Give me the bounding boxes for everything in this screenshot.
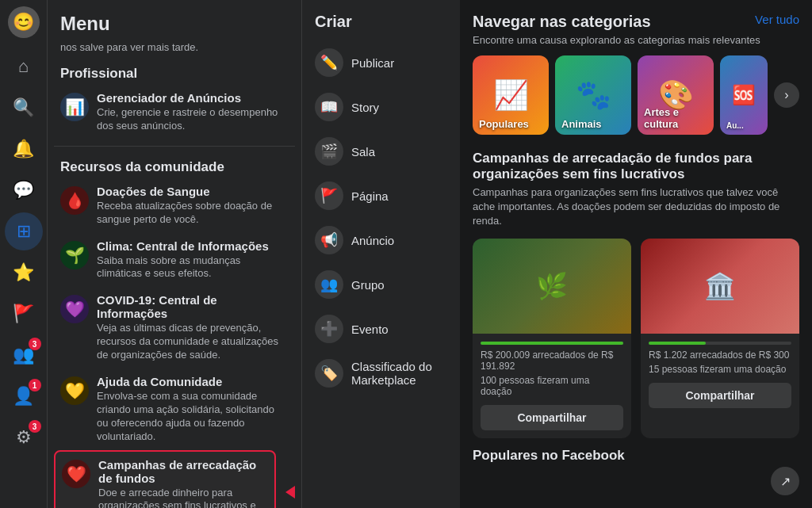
category-arts[interactable]: 🎨 Artes e cultura <box>638 55 714 135</box>
category-populares[interactable]: 📈 Populares <box>473 55 549 135</box>
ads-desc: Crie, gerencie e rastreie o desempenho d… <box>97 106 289 133</box>
create-story[interactable]: 📖 Story <box>308 85 454 129</box>
menu-item-covid[interactable]: 💜 COVID-19: Central de Informações Veja … <box>54 287 295 369</box>
messenger-icon[interactable]: 💬 <box>5 171 43 209</box>
popular-section-title: Populares no Facebook <box>473 448 799 464</box>
grid-icon[interactable]: ⊞ <box>5 212 43 250</box>
right-panel: Navegar nas categorias Ver tudo Encontre… <box>460 0 812 508</box>
search-icon[interactable]: 🔍 <box>5 89 43 127</box>
create-marketplace[interactable]: 🏷️ Classificado do Marketplace <box>308 351 454 395</box>
create-group[interactable]: 👥 Grupo <box>308 262 454 307</box>
fund-2-donors: 15 pessoas fizeram uma doação <box>649 364 791 375</box>
story-label: Story <box>351 101 379 114</box>
emergency-label: Au... <box>726 121 744 130</box>
fund-1-progress-bar <box>481 342 623 345</box>
marketplace-icon: 🏷️ <box>315 359 343 388</box>
fund-card-2[interactable]: 🏛️ R$ 1.202 arrecadados de R$ 300 15 pes… <box>641 239 799 438</box>
category-animais[interactable]: 🐾 Animais <box>555 55 631 135</box>
create-ad[interactable]: 📢 Anúncio <box>308 218 454 262</box>
community-help-desc: Envolva-se com a sua comunidade criando … <box>97 390 289 444</box>
fund-card-1[interactable]: 🌿 R$ 200.009 arrecadados de R$ 191.892 1… <box>473 239 631 438</box>
fund-1-amount: R$ 200.009 arrecadados de R$ 191.892 <box>481 349 623 372</box>
arrow-indicator <box>285 486 295 498</box>
menu-item-ads[interactable]: 📊 Gerenciador de Anúncios Crie, gerencie… <box>54 85 295 139</box>
covid-desc: Veja as últimas dicas de prevenção, recu… <box>97 322 289 362</box>
people-icon-1[interactable]: 👥 3 <box>5 336 43 374</box>
event-label: Evento <box>351 323 389 336</box>
nav-title: Navegar nas categorias <box>473 13 651 31</box>
fund-2-share-button[interactable]: Compartilhar <box>649 383 791 408</box>
home-icon[interactable]: ⌂ <box>5 48 43 86</box>
sala-icon: 🎬 <box>315 137 343 166</box>
menu-panel: Menu nos salve para ver mais tarde. Prof… <box>48 0 301 508</box>
menu-scroll-hint: nos salve para ver mais tarde. <box>54 41 295 59</box>
populares-label: Populares <box>479 118 529 130</box>
covid-icon: 💜 <box>60 295 89 323</box>
community-help-icon: 💛 <box>60 376 89 405</box>
fundraising-section-desc: Campanhas para organizações sem fins luc… <box>473 185 799 229</box>
fund-2-progress-bar <box>649 342 791 345</box>
nav-header: Navegar nas categorias Ver tudo <box>473 13 799 31</box>
group-label: Grupo <box>351 278 385 292</box>
animais-label: Animais <box>561 118 602 130</box>
blood-title: Doações de Sangue <box>97 185 289 198</box>
climate-title: Clima: Central de Informações <box>97 239 289 253</box>
fund-1-share-button[interactable]: Compartilhar <box>481 405 623 430</box>
create-panel: Criar ✏️ Publicar 📖 Story 🎬 Sala 🚩 Págin… <box>301 0 460 508</box>
star-icon[interactable]: ⭐ <box>5 254 43 292</box>
menu-item-climate[interactable]: 🌱 Clima: Central de Informações Saiba ma… <box>54 233 295 288</box>
publish-icon: ✏️ <box>315 48 343 77</box>
create-publish[interactable]: ✏️ Publicar <box>308 40 454 85</box>
create-page[interactable]: 🚩 Página <box>308 174 454 218</box>
create-sala[interactable]: 🎬 Sala <box>308 129 454 174</box>
fund-2-amount: R$ 1.202 arrecadados de R$ 300 <box>649 349 791 361</box>
blood-desc: Receba atualizações sobre doação de sang… <box>97 200 289 227</box>
fund-1-donors: 100 pessoas fizeram uma doação <box>481 375 623 397</box>
menu-item-blood[interactable]: 🩸 Doações de Sangue Receba atualizações … <box>54 178 295 233</box>
arts-label: Artes e cultura <box>644 106 714 130</box>
marketplace-label: Classificado do Marketplace <box>351 360 447 387</box>
menu-title: Menu <box>54 0 295 41</box>
publish-label: Publicar <box>351 56 394 70</box>
badge-3b: 3 <box>29 420 41 433</box>
external-link-icon[interactable]: ↗ <box>771 467 799 495</box>
fund-1-progress-fill <box>481 342 623 345</box>
create-title: Criar <box>308 13 454 40</box>
fund-card-2-image: 🏛️ <box>641 239 799 334</box>
fundraising-desc: Doe e arrecade dinheiro para organizaçõe… <box>98 487 268 508</box>
people-icon-2[interactable]: 👤 1 <box>5 377 43 415</box>
see-all-link[interactable]: Ver tudo <box>755 13 799 26</box>
page-icon: 🚩 <box>315 181 343 210</box>
badge-1: 1 <box>29 379 41 392</box>
bell-icon[interactable]: 🔔 <box>5 130 43 168</box>
categories-row: 📈 Populares 🐾 Animais 🎨 Artes e cultura … <box>473 55 799 135</box>
category-emergency[interactable]: 🆘 Au... <box>720 55 768 135</box>
group-icon: 👥 <box>315 270 343 299</box>
apps-icon[interactable]: ⚙ 3 <box>5 418 43 456</box>
divider-1 <box>54 146 295 147</box>
blood-icon: 🩸 <box>60 186 89 215</box>
covid-title: COVID-19: Central de Informações <box>97 293 289 320</box>
fund-cards-row: 🌿 R$ 200.009 arrecadados de R$ 191.892 1… <box>473 239 799 438</box>
ad-icon: 📢 <box>315 226 343 254</box>
sala-label: Sala <box>351 145 375 159</box>
event-icon: ➕ <box>315 315 343 343</box>
fund-2-progress-fill <box>649 342 706 345</box>
section-professional: Profissional <box>54 59 295 85</box>
community-help-title: Ajuda da Comunidade <box>97 375 289 388</box>
categories-next-button[interactable]: › <box>774 82 799 108</box>
badge-3: 3 <box>29 338 41 350</box>
climate-desc: Saiba mais sobre as mudanças climáticas … <box>97 254 289 281</box>
create-event[interactable]: ➕ Evento <box>308 307 454 351</box>
nav-desc: Encontre uma causa explorando as categor… <box>473 34 799 46</box>
story-icon: 📖 <box>315 93 343 121</box>
avatar[interactable]: 😊 <box>8 6 40 38</box>
ad-label: Anúncio <box>351 234 394 247</box>
fund-card-1-image: 🌿 <box>473 239 631 334</box>
flag-icon[interactable]: 🚩 <box>5 295 43 333</box>
menu-item-community-help[interactable]: 💛 Ajuda da Comunidade Envolva-se com a s… <box>54 369 295 450</box>
fundraising-section-title: Campanhas de arrecadação de fundos para … <box>473 151 799 182</box>
climate-icon: 🌱 <box>60 241 89 269</box>
menu-item-fundraising[interactable]: ❤️ Campanhas de arrecadação de fundos Do… <box>54 450 276 508</box>
fundraising-icon: ❤️ <box>62 460 90 488</box>
